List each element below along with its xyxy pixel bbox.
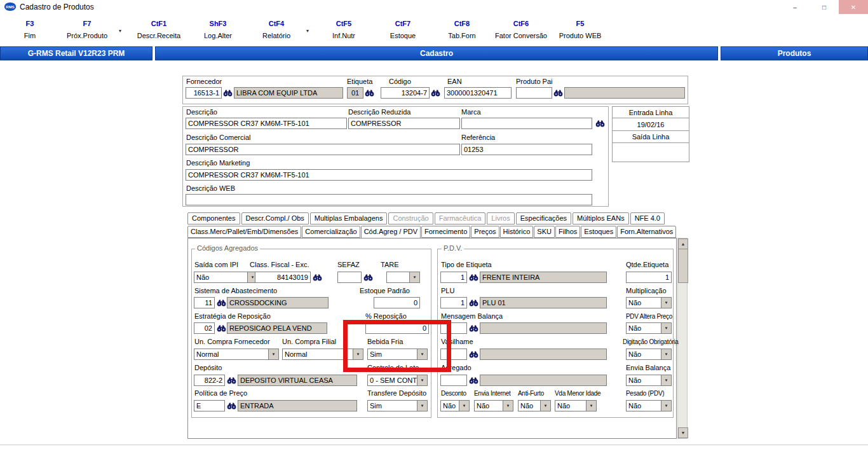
chevron-down-icon[interactable]: ▼ bbox=[661, 401, 671, 411]
fornecedor-search-icon[interactable] bbox=[222, 87, 233, 99]
tab-especificacoes[interactable]: Especificações bbox=[516, 212, 571, 224]
toolbar-button-fim[interactable]: F3 Fim bbox=[4, 20, 55, 39]
tare-select[interactable]: ▼ bbox=[386, 272, 420, 283]
politica-preco-code-field[interactable]: E bbox=[194, 400, 225, 411]
minimize-button[interactable]: – bbox=[780, 0, 810, 14]
toolbar-button-inf-nutr[interactable]: CtF5 Inf.Nutr bbox=[312, 20, 376, 39]
chevron-down-icon[interactable]: ▼ bbox=[417, 349, 427, 359]
agregado-search-icon[interactable] bbox=[468, 375, 479, 386]
qtde-etiqueta-field[interactable]: 1 bbox=[626, 272, 672, 283]
toolbar-button-fator-conversao[interactable]: CtF6 Fator Conversão bbox=[489, 20, 553, 39]
bebida-fria-select[interactable]: Sim ▼ bbox=[367, 349, 428, 360]
tab-componentes[interactable]: Componentes bbox=[187, 212, 240, 224]
fornecedor-code-field[interactable]: 16513-1 bbox=[186, 87, 222, 99]
chevron-down-icon[interactable]: ▼ bbox=[540, 401, 550, 411]
chevron-down-icon[interactable]: ▼ bbox=[661, 375, 671, 385]
descricao-reduzida-field[interactable]: COMPRESSOR bbox=[348, 118, 460, 129]
estrategia-reposicao-code-field[interactable]: 02 bbox=[194, 322, 215, 334]
tab-multiplos-eans[interactable]: Múltiplos EANs bbox=[573, 212, 629, 224]
close-button[interactable]: ✕ bbox=[839, 0, 868, 14]
toolbar-button-produto-web[interactable]: F5 Produto WEB bbox=[548, 20, 612, 39]
descricao-marketing-field[interactable]: COMPRESSOR CR37 KM6M-TF5-101 bbox=[186, 169, 592, 181]
prox-produto-dropdown-icon[interactable]: ▾ bbox=[119, 28, 121, 34]
mensagem-balanca-search-icon[interactable] bbox=[468, 322, 479, 334]
tab-fornecimento[interactable]: Fornecimento bbox=[421, 226, 470, 238]
chevron-down-icon[interactable]: ▼ bbox=[409, 272, 419, 282]
tab-class-merc-pallet-emb-dimensoes[interactable]: Class.Merc/Pallet/Emb/Dimensões bbox=[187, 226, 301, 238]
envia-balanca-select[interactable]: Não ▼ bbox=[626, 375, 672, 386]
scroll-down-icon[interactable]: ▼ bbox=[678, 427, 688, 438]
toolbar-button-descr-receita[interactable]: CtF1 Descr.Receita bbox=[127, 20, 191, 39]
chevron-down-icon[interactable]: ▼ bbox=[503, 401, 513, 411]
descricao-web-field[interactable] bbox=[186, 194, 592, 205]
codigo-field[interactable]: 13204-7 bbox=[381, 87, 430, 99]
vasilhame-code-field[interactable] bbox=[440, 349, 467, 360]
vasilhame-search-icon[interactable] bbox=[468, 349, 479, 360]
toolbar-button-estoque[interactable]: CtF7 Estoque bbox=[371, 20, 435, 39]
codigo-search-icon[interactable] bbox=[430, 87, 441, 99]
etiqueta-search-icon[interactable] bbox=[364, 87, 375, 99]
toolbar-button-relatorio[interactable]: CtF4 Relatório bbox=[245, 20, 308, 39]
tab-multiplas-embalagens[interactable]: Multiplas Embalagens bbox=[310, 212, 388, 224]
class-fiscal-field[interactable]: 84143019 bbox=[255, 272, 311, 283]
tab-comercializacao[interactable]: Comercialização bbox=[302, 226, 360, 238]
toolbar-button-prox-produto[interactable]: F7 Próx.Produto bbox=[55, 20, 119, 39]
un-compra-fornecedor-select[interactable]: Normal ▼ bbox=[194, 349, 279, 360]
chevron-down-icon[interactable]: ▼ bbox=[417, 401, 427, 411]
chevron-down-icon[interactable]: ▼ bbox=[661, 323, 671, 333]
tipo-etiqueta-search-icon[interactable] bbox=[468, 272, 479, 283]
chevron-down-icon[interactable]: ▼ bbox=[661, 298, 671, 308]
sistema-abastecimento-search-icon[interactable] bbox=[216, 297, 227, 308]
tab-precos[interactable]: Preços bbox=[471, 226, 499, 238]
vertical-scrollbar[interactable]: ▲ ▼ bbox=[677, 238, 688, 439]
sefaz-search-icon[interactable] bbox=[363, 272, 374, 283]
toolbar-button-tab-forn[interactable]: CtF8 Tab.Forn bbox=[430, 20, 494, 39]
saida-com-ipi-select[interactable]: Não ▼ bbox=[194, 272, 258, 283]
sefaz-field[interactable] bbox=[337, 272, 362, 283]
ean-field[interactable]: 3000001320471 bbox=[444, 87, 512, 99]
chevron-down-icon[interactable]: ▼ bbox=[661, 349, 671, 359]
tab-historico[interactable]: Histórico bbox=[500, 226, 534, 238]
estoque-padrao-field[interactable]: 0 bbox=[374, 297, 420, 308]
pdv-altera-preco-select[interactable]: Não ▼ bbox=[626, 322, 672, 334]
tab-estoques[interactable]: Estoques bbox=[581, 226, 616, 238]
sistema-abastecimento-code-field[interactable]: 11 bbox=[194, 297, 215, 308]
class-fiscal-search-icon[interactable] bbox=[312, 272, 323, 283]
tipo-etiqueta-code-field[interactable]: 1 bbox=[440, 272, 467, 283]
deposito-code-field[interactable]: 822-2 bbox=[194, 375, 225, 386]
chevron-down-icon[interactable]: ▼ bbox=[353, 349, 363, 359]
politica-preco-search-icon[interactable] bbox=[226, 400, 237, 411]
produto-pai-search-icon[interactable] bbox=[553, 87, 564, 99]
pct-reposicao-field[interactable]: 0 bbox=[365, 322, 429, 334]
descricao-field[interactable]: COMPRESSOR CR37 KM6M-TF5-101 bbox=[186, 118, 347, 129]
marca-field[interactable] bbox=[461, 118, 592, 129]
chevron-down-icon[interactable]: ▼ bbox=[586, 401, 596, 411]
scroll-up-icon[interactable]: ▲ bbox=[678, 238, 688, 249]
relatorio-dropdown-icon[interactable]: ▾ bbox=[306, 28, 309, 34]
vda-menor-idade-select[interactable]: Não ▼ bbox=[555, 400, 597, 411]
tab-descr-compl-obs[interactable]: Descr.Compl./ Obs bbox=[241, 212, 309, 224]
controle-lote-select[interactable]: 0 - SEM CONTR ▼ bbox=[367, 375, 428, 386]
referencia-field[interactable]: 01253 bbox=[461, 144, 592, 155]
etiqueta-field[interactable]: 01 bbox=[347, 87, 363, 99]
tab-forn-alternativos[interactable]: Forn.Alternativos bbox=[617, 226, 676, 238]
tab-cod-agreg-pdv[interactable]: Cód.Agreg / PDV bbox=[361, 226, 421, 238]
scrollbar-thumb[interactable] bbox=[678, 249, 688, 283]
marca-search-icon[interactable] bbox=[595, 118, 606, 129]
produto-pai-code-field[interactable] bbox=[516, 87, 552, 99]
chevron-down-icon[interactable]: ▼ bbox=[268, 349, 278, 359]
chevron-down-icon[interactable]: ▼ bbox=[417, 375, 427, 385]
transfere-deposito-select[interactable]: Sim ▼ bbox=[367, 400, 428, 411]
plu-code-field[interactable]: 1 bbox=[440, 297, 467, 308]
tab-sku[interactable]: SKU bbox=[534, 226, 555, 238]
estrategia-reposicao-search-icon[interactable] bbox=[216, 322, 227, 334]
plu-search-icon[interactable] bbox=[468, 297, 479, 308]
digitacao-obrigatoria-select[interactable]: Não ▼ bbox=[626, 349, 672, 360]
toolbar-button-log-alter[interactable]: ShF3 Log.Alter bbox=[186, 20, 250, 39]
deposito-search-icon[interactable] bbox=[226, 375, 237, 386]
chevron-down-icon[interactable]: ▼ bbox=[459, 401, 469, 411]
tab-filhos[interactable]: Filhos bbox=[555, 226, 580, 238]
envia-internet-select[interactable]: Não ▼ bbox=[474, 400, 513, 411]
un-compra-filial-select[interactable]: Normal ▼ bbox=[282, 349, 363, 360]
maximize-button[interactable]: □ bbox=[810, 0, 839, 14]
